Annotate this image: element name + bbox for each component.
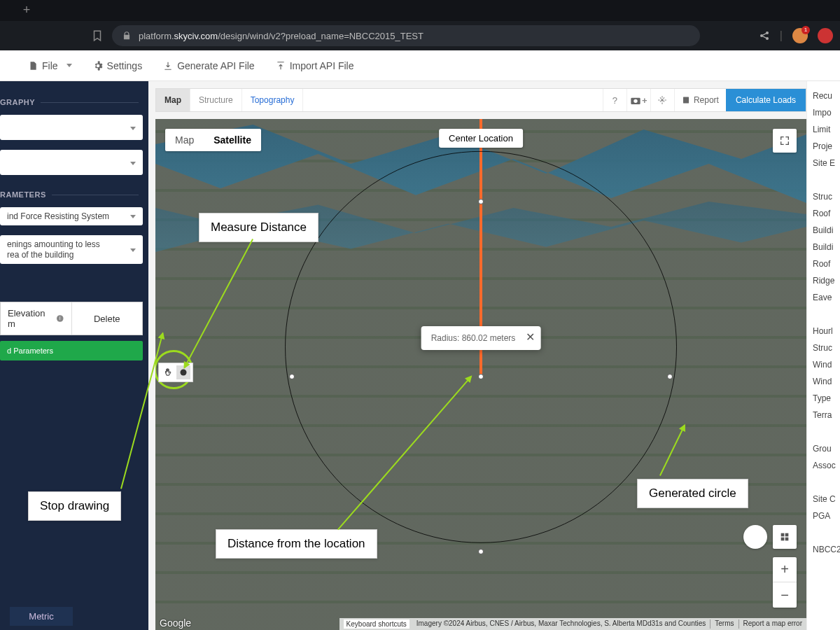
map-attribution: Keyboard shortcuts Imagery ©2024 Airbus,… bbox=[340, 618, 806, 630]
zoom-out-button[interactable]: − bbox=[773, 582, 797, 608]
extension-badge-2[interactable] bbox=[818, 28, 833, 43]
report-icon bbox=[682, 96, 690, 104]
site-info-icon[interactable] bbox=[122, 31, 132, 41]
rside-item[interactable]: Proje bbox=[813, 141, 840, 158]
svg-rect-11 bbox=[785, 533, 789, 537]
add-parameters-button[interactable]: d Parameters bbox=[0, 341, 143, 360]
map-type-satellite[interactable]: Satellite bbox=[204, 129, 261, 151]
rside-item[interactable]: Struc bbox=[813, 343, 840, 360]
unit-toggle[interactable]: Metric bbox=[10, 607, 73, 626]
rside-item[interactable]: Eave bbox=[813, 293, 840, 309]
pan-tool[interactable] bbox=[161, 365, 175, 379]
rside-item[interactable]: Struc bbox=[813, 192, 840, 209]
rside-item[interactable]: Grou bbox=[813, 444, 840, 461]
calculate-loads-button[interactable]: Calculate Loads bbox=[726, 89, 806, 111]
rside-item[interactable]: Roof bbox=[813, 259, 840, 276]
svg-rect-10 bbox=[781, 533, 785, 537]
rside-item[interactable]: Buildi bbox=[813, 225, 840, 242]
circle-handle-s[interactable] bbox=[478, 549, 484, 554]
section-header-parameters: RAMETERS bbox=[0, 181, 148, 203]
new-tab-button[interactable]: + bbox=[20, 4, 34, 18]
rside-item[interactable]: Type bbox=[813, 393, 840, 410]
rside-item[interactable]: Limit bbox=[813, 125, 840, 141]
file-icon bbox=[28, 61, 38, 71]
upload-icon bbox=[276, 61, 286, 71]
map-type-control: Map Satellite bbox=[165, 129, 261, 151]
gear-icon bbox=[657, 95, 667, 105]
info-icon[interactable]: i bbox=[56, 314, 64, 323]
report-error-link[interactable]: Report a map error bbox=[738, 620, 802, 629]
openings-select[interactable]: enings amounting to less rea of the buil… bbox=[0, 235, 143, 264]
generate-api-button[interactable]: Generate API File bbox=[163, 60, 255, 71]
callout-generated-circle: Generated circle bbox=[637, 479, 748, 508]
right-sidebar: Recu Impo Limit Proje Site E Struc Roof … bbox=[806, 81, 840, 630]
zoom-in-button[interactable]: + bbox=[773, 557, 797, 582]
bookmark-icon[interactable] bbox=[91, 29, 104, 42]
streetview-button[interactable] bbox=[743, 525, 767, 549]
google-logo: Google bbox=[160, 617, 191, 629]
report-button[interactable]: Report bbox=[674, 89, 726, 111]
section-header-geography: GRAPHY bbox=[0, 88, 148, 111]
camera-button[interactable]: + bbox=[626, 89, 650, 111]
rside-footer: NBCC20 bbox=[813, 545, 840, 561]
fullscreen-icon bbox=[779, 135, 790, 146]
rside-item[interactable]: Hourl bbox=[813, 326, 840, 343]
elevation-table: Elevation m i Delete bbox=[0, 302, 143, 335]
keyboard-shortcuts-link[interactable]: Keyboard shortcuts bbox=[344, 620, 410, 629]
app-toolbar: File Settings Generate API File Import A… bbox=[0, 50, 840, 81]
rside-item[interactable]: Assoc bbox=[813, 461, 840, 477]
callout-measure-distance: Measure Distance bbox=[199, 213, 318, 242]
url-input[interactable]: platform.skyciv.com/design/wind/v2?prelo… bbox=[112, 25, 700, 46]
rside-item[interactable]: Impo bbox=[813, 108, 840, 125]
rside-item[interactable]: Recu bbox=[813, 91, 840, 108]
rside-item[interactable]: Buildi bbox=[813, 242, 840, 259]
callout-distance-from-location: Distance from the location bbox=[216, 529, 377, 559]
browser-address-bar: platform.skyciv.com/design/wind/v2?prelo… bbox=[0, 21, 840, 50]
settings-button[interactable] bbox=[650, 89, 674, 111]
share-icon[interactable] bbox=[759, 30, 770, 41]
geography-select-1[interactable] bbox=[0, 115, 143, 140]
fullscreen-button[interactable] bbox=[773, 129, 797, 153]
import-api-button[interactable]: Import API File bbox=[276, 60, 354, 71]
center-marker[interactable] bbox=[478, 374, 484, 379]
circle-handle-e[interactable] bbox=[667, 374, 673, 379]
map-type-map[interactable]: Map bbox=[165, 129, 204, 151]
tab-map[interactable]: Map bbox=[156, 89, 190, 111]
rside-item[interactable]: Wind bbox=[813, 377, 840, 393]
rside-item[interactable]: Site C bbox=[813, 494, 840, 511]
map-toolbar: Map Structure Topography ? + Report Calc… bbox=[155, 88, 806, 112]
url-text: platform.skyciv.com/design/wind/v2?prelo… bbox=[139, 31, 424, 41]
satellite-map[interactable]: Center Location ✕ Radius: 860.02 meters … bbox=[155, 119, 806, 630]
svg-point-6 bbox=[634, 99, 637, 103]
tab-structure[interactable]: Structure bbox=[190, 89, 242, 111]
rside-item[interactable]: Ridge bbox=[813, 276, 840, 293]
layers-button[interactable] bbox=[773, 525, 797, 549]
settings-menu[interactable]: Settings bbox=[93, 60, 143, 71]
extension-badge-1[interactable]: 1 bbox=[792, 28, 808, 43]
tab-topography[interactable]: Topography bbox=[242, 89, 304, 111]
circle-handle-n[interactable] bbox=[478, 199, 484, 204]
svg-rect-12 bbox=[781, 538, 785, 541]
circle-handle-w[interactable] bbox=[289, 374, 295, 379]
radius-value: Radius: 860.02 meters bbox=[431, 333, 516, 343]
help-button[interactable]: ? bbox=[603, 89, 626, 111]
wind-system-select[interactable]: ind Force Resisting System bbox=[0, 207, 143, 225]
rside-item[interactable]: Terra bbox=[813, 410, 840, 427]
hand-icon bbox=[163, 368, 173, 377]
rside-item[interactable]: Site E bbox=[813, 158, 840, 175]
callout-stop-drawing: Stop drawing bbox=[28, 491, 121, 521]
center-panel: Map Structure Topography ? + Report Calc… bbox=[148, 81, 806, 630]
rside-item[interactable]: PGA bbox=[813, 511, 840, 528]
download-icon bbox=[163, 61, 173, 71]
layers-icon bbox=[779, 531, 790, 542]
elevation-cell[interactable]: Elevation m i bbox=[1, 302, 72, 335]
camera-icon bbox=[630, 96, 641, 104]
file-menu[interactable]: File bbox=[28, 60, 72, 71]
geography-select-2[interactable] bbox=[0, 150, 143, 175]
terms-link[interactable]: Terms bbox=[710, 620, 734, 629]
delete-cell[interactable]: Delete bbox=[72, 302, 143, 335]
rside-item[interactable]: Wind bbox=[813, 360, 840, 377]
zoom-control: + − bbox=[773, 557, 797, 608]
rside-item[interactable]: Roof bbox=[813, 209, 840, 225]
close-icon[interactable]: ✕ bbox=[526, 330, 535, 344]
